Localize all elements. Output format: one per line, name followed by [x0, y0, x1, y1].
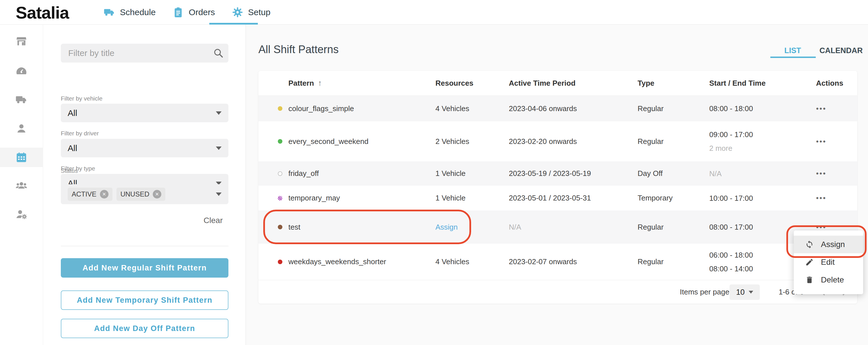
resources-cell: 1 Vehicle [435, 169, 509, 178]
column-header-type: Type [638, 79, 709, 88]
clear-filters-button[interactable]: Clear [204, 216, 223, 225]
search-icon [213, 48, 224, 59]
pattern-name: weekdays_weekends_shorter [288, 257, 435, 266]
add-temporary-shift-pattern-button[interactable]: Add New Temporary Shift Pattern [61, 290, 228, 310]
sidebar-item-store[interactable] [15, 35, 28, 48]
resources-cell: 4 Vehicles [435, 257, 509, 266]
add-day-off-pattern-button[interactable]: Add New Day Off Pattern [61, 319, 228, 338]
time-range: 08:00 - 14:00 [709, 263, 806, 275]
active-tab-underline [770, 57, 816, 58]
filter-by-title-input[interactable] [61, 44, 228, 63]
column-header-pattern[interactable]: Pattern ↑ [288, 79, 435, 88]
assign-link[interactable]: Assign [435, 223, 458, 231]
truck-icon [15, 93, 28, 106]
active-period-cell: 2023-05-19 / 2023-05-19 [509, 169, 638, 178]
table-pagination: Items per page 10 1-6 of 6 [258, 280, 857, 304]
row-actions-more-icon[interactable]: ••• [806, 104, 826, 113]
pattern-color-dot [278, 171, 282, 176]
page-size-select[interactable]: 10 [730, 284, 760, 300]
table-row[interactable]: colour_flags_simple 4 Vehicles 2023-04-0… [258, 96, 857, 121]
nav-orders-label: Orders [189, 7, 215, 17]
remove-chip-icon[interactable]: × [153, 190, 161, 198]
status-chip-unused: UNUSED × [117, 188, 165, 201]
trash-icon [805, 276, 814, 284]
row-actions-more-icon[interactable]: ••• [806, 223, 826, 231]
people-group-icon [15, 179, 28, 192]
filter-driver-select[interactable]: All [61, 139, 228, 157]
chevron-down-icon [749, 291, 753, 293]
clipboard-icon [172, 6, 184, 18]
pattern-name: temporary_may [288, 194, 435, 202]
table-row[interactable]: every_second_weekend 2 Vehicles 2023-02-… [258, 121, 857, 161]
menu-item-label: Delete [821, 275, 844, 284]
time-range: 10:00 - 17:00 [709, 192, 806, 204]
main-content: All Shift Patterns LIST CALENDAR Pattern… [246, 25, 868, 345]
filter-vehicle-label: Filter by vehicle [61, 95, 102, 102]
table-row[interactable]: friday_off 1 Vehicle 2023-05-19 / 2023-0… [258, 161, 857, 186]
menu-item-edit[interactable]: Edit [794, 253, 863, 271]
main-nav: Schedule Orders Setup [103, 0, 287, 25]
shift-patterns-page: Satalia Schedule Orders Setup [0, 0, 868, 345]
pattern-name: friday_off [288, 169, 435, 178]
sidebar-item-vehicles[interactable] [15, 93, 28, 106]
table-row[interactable]: weekdays_weekends_shorter 4 Vehicles 202… [258, 244, 857, 280]
nav-schedule[interactable]: Schedule [103, 6, 156, 18]
sidebar-item-drivers[interactable] [15, 122, 28, 135]
nav-setup-label: Setup [248, 7, 270, 17]
type-cell: Day Off [638, 169, 709, 178]
pattern-name: test [288, 223, 435, 231]
type-cell: Temporary [638, 194, 709, 202]
pattern-color-dot [278, 106, 282, 111]
column-header-start-end-time: Start / End Time [709, 79, 806, 88]
dashboard-icon [15, 65, 28, 77]
shift-patterns-table: Pattern ↑ Resources Active Time Period T… [258, 71, 857, 304]
active-period-cell: N/A [509, 223, 638, 231]
column-header-active-time-period: Active Time Period [509, 79, 638, 88]
menu-item-assign[interactable]: Assign [794, 236, 863, 253]
panel-divider [61, 246, 228, 246]
row-actions-more-icon[interactable]: ••• [806, 194, 826, 202]
remove-chip-icon[interactable]: × [100, 190, 108, 198]
chevron-down-icon [216, 112, 222, 115]
resources-cell: 2 Vehicles [435, 137, 509, 146]
status-multiselect[interactable]: ACTIVE × UNUSED × [61, 184, 228, 204]
tab-calendar[interactable]: CALENDAR [819, 46, 863, 55]
pattern-color-dot [278, 196, 282, 200]
store-icon [15, 35, 28, 48]
nav-orders[interactable]: Orders [172, 6, 215, 18]
row-actions-more-icon[interactable]: ••• [806, 137, 826, 146]
sort-ascending-icon: ↑ [318, 79, 322, 88]
sidebar-item-user-settings[interactable] [15, 208, 28, 220]
chevron-down-icon [216, 192, 222, 196]
time-range: 09:00 - 17:00 [709, 129, 806, 140]
nav-setup[interactable]: Setup [231, 6, 270, 18]
type-cell: Regular [638, 137, 709, 146]
time-range: 08:00 - 18:00 [709, 103, 806, 114]
menu-item-delete[interactable]: Delete [794, 271, 863, 289]
resources-cell: 4 Vehicles [435, 104, 509, 113]
icon-rail [0, 25, 43, 345]
time-range: 06:00 - 18:00 [709, 249, 806, 261]
column-header-resources: Resources [435, 79, 509, 88]
pattern-name: colour_flags_simple [288, 104, 435, 113]
filter-vehicle-value: All [68, 108, 216, 118]
sidebar-item-dashboard[interactable] [15, 65, 28, 77]
items-per-page-label: Items per page [680, 288, 729, 296]
add-regular-shift-pattern-button[interactable]: Add New Regular Shift Pattern [61, 258, 228, 278]
tab-list[interactable]: LIST [784, 46, 801, 55]
sidebar-item-shift-patterns[interactable] [15, 151, 28, 164]
sidebar-item-teams[interactable] [15, 179, 28, 192]
table-row-test[interactable]: test Assign N/A Regular 08:00 - 17:00 ••… [258, 211, 857, 244]
pattern-color-dot [278, 139, 282, 144]
gear-icon [231, 6, 244, 18]
top-bar: Satalia Schedule Orders Setup [0, 0, 868, 25]
driver-icon [15, 122, 28, 135]
chevron-down-icon [216, 147, 222, 150]
time-range: N/A [709, 168, 806, 179]
filter-vehicle-select[interactable]: All [61, 104, 228, 122]
table-row[interactable]: temporary_may 1 Vehicle 2023-05-01 / 202… [258, 186, 857, 211]
type-cell: Regular [638, 223, 709, 231]
active-period-cell: 2023-02-20 onwards [509, 137, 638, 146]
row-actions-more-icon[interactable]: ••• [806, 169, 826, 178]
active-period-cell: 2023-04-06 onwards [509, 104, 638, 113]
